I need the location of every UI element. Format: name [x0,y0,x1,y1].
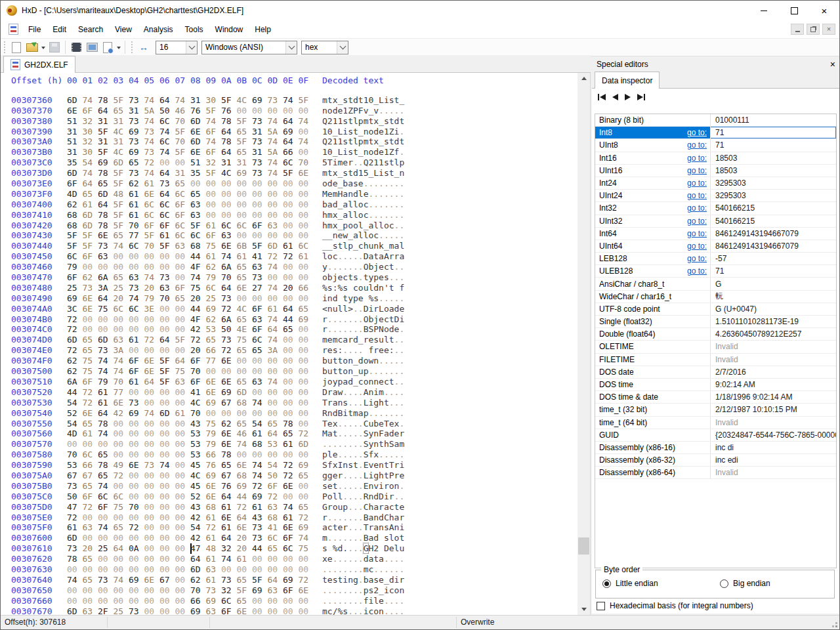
hex-byte[interactable]: 6E [221,356,237,366]
hex-byte[interactable]: 00 [268,200,284,210]
decoded-char[interactable]: t [322,575,327,585]
hex-byte[interactable]: 00 [175,502,191,513]
hex-byte[interactable]: 5F [237,116,253,127]
hex-byte[interactable]: 00 [268,178,284,189]
hex-byte[interactable]: 00 [299,106,314,116]
inspector-value[interactable]: 71 [711,140,836,150]
decoded-char[interactable]: e [327,575,333,585]
decoded-char[interactable]: L [379,95,384,105]
hex-byte[interactable]: 74 [129,293,144,304]
hex-byte[interactable]: 00 [299,230,314,241]
hex-byte[interactable]: 6F [175,210,191,220]
hex-byte[interactable]: 78 [98,419,114,429]
hex-byte[interactable]: 00 [299,419,314,429]
decoded-char[interactable]: p [343,502,348,512]
decoded-char[interactable]: b [322,356,327,366]
decoded-char[interactable]: . [389,106,394,116]
hex-byte[interactable]: 00 [299,377,314,387]
hex-byte[interactable]: 69 [252,95,268,106]
decoded-char[interactable]: r [348,335,353,345]
hex-byte[interactable]: 00 [144,324,160,335]
decoded-char[interactable]: . [399,147,404,157]
hex-byte[interactable]: 00 [159,492,175,502]
hex-offset[interactable]: 00307390 [11,127,67,137]
hex-byte[interactable]: 72 [299,429,314,439]
decoded-char[interactable]: 2 [373,585,379,595]
inspector-value[interactable]: Invalid [711,355,836,364]
decoded-char[interactable]: . [353,606,358,615]
decoded-char[interactable]: h [379,398,384,408]
decoded-char[interactable]: . [399,419,404,429]
decoded-char[interactable]: i [379,168,384,178]
decoded-char[interactable]: . [353,543,358,553]
decoded-char[interactable]: . [389,366,394,376]
hex-byte[interactable]: 00 [144,419,160,429]
hex-byte[interactable]: 72 [283,471,299,481]
decoded-char[interactable]: . [379,210,384,220]
decoded-char[interactable]: m [327,210,333,220]
hex-byte[interactable]: 00 [114,314,129,325]
decoded-char[interactable]: . [358,304,364,314]
hex-byte[interactable]: 00 [268,606,284,615]
hex-byte[interactable]: 61 [206,533,222,543]
hex-byte[interactable]: 6E [144,575,160,585]
decoded-char[interactable]: n [373,513,379,522]
hex-byte[interactable]: 73 [252,533,268,543]
hex-byte[interactable]: 65 [129,158,144,168]
hex-byte[interactable]: 74 [268,335,284,345]
decoded-char[interactable]: m [322,95,327,105]
hex-byte[interactable]: 67 [159,575,175,585]
decoded-char[interactable]: s [384,272,389,282]
decoded-char[interactable]: i [399,522,404,532]
decoded-char[interactable]: d [373,127,379,136]
decoded-char[interactable]: a [343,210,348,220]
inspector-row[interactable]: Int64go to:8461249143194667079 [595,228,836,240]
hex-byte[interactable]: 74 [299,136,314,147]
decoded-char[interactable]: s [348,127,353,136]
hex-byte[interactable]: 4C [114,127,129,137]
hex-byte[interactable]: 74 [114,241,129,251]
hex-byte[interactable]: 74 [268,116,284,127]
decoded-char[interactable]: . [384,554,389,564]
hex-byte[interactable]: 00 [237,210,253,220]
decoded-char[interactable]: o [373,606,379,615]
hex-byte[interactable]: 6D [159,408,175,419]
hex-byte[interactable]: 00 [283,189,299,200]
hex-byte[interactable]: 00 [206,210,222,220]
hex-byte[interactable]: 00 [283,398,299,408]
hex-byte[interactable]: 00 [175,513,191,523]
hex-byte[interactable]: 00 [98,262,114,272]
hex-byte[interactable]: 20 [283,283,299,293]
decoded-char[interactable]: . [327,324,333,334]
hex-byte[interactable]: 72 [129,522,144,533]
decoded-char[interactable]: . [348,450,353,459]
hex-offset[interactable]: 003074E0 [11,345,67,356]
hex-byte[interactable]: 69 [252,585,268,596]
hex-byte[interactable]: 6D [114,158,129,168]
decoded-char[interactable]: . [353,314,358,324]
decoded-char[interactable]: . [353,304,358,314]
inspector-value[interactable]: -57 [711,254,836,263]
hex-byte[interactable]: 6C [129,241,144,251]
decoded-char[interactable]: . [348,439,353,449]
hex-byte[interactable]: 6D [83,220,98,231]
hex-byte[interactable]: 70 [190,366,206,377]
decoded-char[interactable]: . [348,513,353,522]
decoded-char[interactable]: . [348,345,353,355]
hex-byte[interactable]: 00 [299,189,314,200]
hex-byte[interactable]: 00 [114,533,129,543]
decoded-char[interactable]: s [384,136,389,146]
hex-byte[interactable]: 74 [221,251,237,262]
decoded-char[interactable]: . [358,471,364,480]
decoded-char[interactable]: . [373,200,379,209]
hex-byte[interactable]: 65 [83,189,98,200]
hex-byte[interactable]: 00 [98,513,114,523]
decoded-char[interactable]: u [327,366,333,376]
combo-dropdown-button[interactable] [186,41,197,54]
decoded-char[interactable]: t [384,471,389,480]
hex-byte[interactable]: 00 [299,147,314,158]
hex-offset[interactable]: 00307520 [11,387,67,398]
hex-byte[interactable]: 00 [67,596,83,606]
hex-byte[interactable]: 6E [83,408,98,419]
decoded-char[interactable]: . [399,408,404,418]
